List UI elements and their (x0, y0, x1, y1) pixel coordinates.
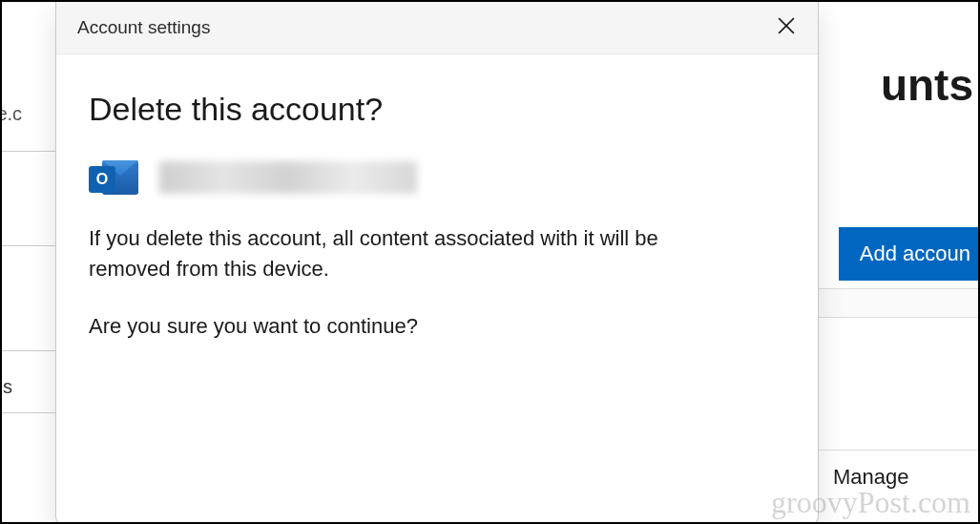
dialog-confirm-text: Are you sure you want to continue? (89, 311, 738, 342)
add-account-button[interactable]: Add accoun (839, 227, 978, 281)
manage-button[interactable]: Manage (816, 450, 978, 503)
account-row: O (89, 155, 785, 200)
dialog-title: Account settings (77, 17, 210, 38)
close-button[interactable] (772, 13, 801, 42)
outlook-icon: O (89, 155, 138, 200)
page-title-partial: unts (881, 59, 973, 111)
divider (2, 151, 55, 152)
divider (2, 245, 55, 246)
dialog-heading: Delete this account? (89, 91, 785, 128)
close-icon (778, 17, 795, 38)
dialog-header: Account settings (56, 2, 818, 54)
divider (2, 350, 55, 351)
account-settings-dialog: Account settings Delete this account? O … (55, 2, 819, 524)
sidebar-text-fragment: ces (0, 376, 12, 398)
divider (2, 412, 55, 413)
account-email-redacted (159, 161, 417, 194)
dialog-warning-text: If you delete this account, all content … (89, 223, 738, 284)
sidebar-text-fragment: ive.c (0, 103, 22, 125)
dialog-body: Delete this account? O If you delete thi… (56, 54, 818, 524)
